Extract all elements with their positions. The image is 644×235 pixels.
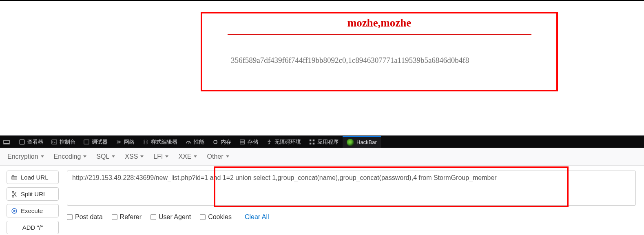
menu-xxe[interactable]: XXE [178, 153, 197, 160]
hackbar-menu-bar: Encryption Encoding SQL XSS LFI XXE Othe… [0, 148, 644, 166]
menu-label: LFI [153, 153, 163, 160]
storage-icon [239, 139, 245, 145]
devtools-dock-button[interactable] [0, 136, 13, 148]
svg-rect-17 [313, 142, 314, 144]
svg-rect-15 [313, 139, 314, 141]
tab-label: 网络 [124, 138, 135, 146]
svg-point-13 [269, 140, 270, 141]
checkbox-icon [112, 214, 117, 220]
accessibility-icon [266, 139, 272, 145]
checkbox-label: Cookies [208, 213, 232, 221]
menu-label: XSS [125, 153, 138, 160]
chevron-down-icon [112, 155, 115, 157]
svg-rect-6 [214, 140, 217, 143]
execute-icon [11, 208, 18, 214]
menu-encryption[interactable]: Encryption [7, 153, 44, 160]
tab-style-editor[interactable]: 样式编辑器 [139, 136, 181, 148]
hackbar-right-panel: Post data Referer User Agent Cookies Cle… [67, 171, 637, 234]
checkbox-referer[interactable]: Referer [112, 213, 142, 221]
hackbar-button-column: Load URL Split URL Execute ADD "/" [7, 171, 59, 234]
svg-rect-3 [52, 140, 57, 144]
execute-button[interactable]: Execute [7, 204, 59, 217]
tab-memory[interactable]: 内存 [208, 136, 235, 148]
chevron-down-icon [83, 155, 86, 157]
tab-label: 调试器 [92, 138, 108, 146]
svg-rect-14 [310, 139, 311, 141]
chevron-down-icon [41, 155, 44, 157]
button-label: Execute [21, 207, 43, 214]
svg-rect-11 [240, 140, 245, 141]
load-url-button[interactable]: Load URL [7, 171, 59, 184]
svg-rect-16 [310, 142, 311, 144]
menu-label: Other [207, 153, 223, 160]
tab-label: 控制台 [60, 138, 75, 146]
debugger-icon [84, 139, 89, 145]
application-icon [309, 139, 315, 145]
tab-application[interactable]: 应用程序 [305, 136, 343, 148]
chevron-down-icon [194, 155, 197, 157]
split-icon [11, 191, 18, 197]
menu-label: SQL [96, 153, 109, 160]
hackbar-main: Load URL Split URL Execute ADD "/" Post … [0, 166, 644, 234]
tab-label: 内存 [221, 138, 231, 146]
inspector-icon [19, 139, 25, 145]
tab-hackbar[interactable]: HackBar [343, 136, 381, 148]
tab-network[interactable]: 网络 [112, 136, 139, 148]
tab-label: 应用程序 [317, 138, 339, 146]
svg-line-5 [188, 142, 190, 144]
chevron-down-icon [165, 155, 168, 157]
menu-encoding[interactable]: Encoding [54, 153, 87, 160]
hash-output: 356f589a7df439f6f744ff19bb8092c0,1c89463… [202, 56, 556, 65]
memory-icon [212, 139, 218, 145]
menu-other[interactable]: Other [207, 153, 229, 160]
menu-xss[interactable]: XSS [125, 153, 144, 160]
tab-label: HackBar [356, 139, 377, 145]
tab-performance[interactable]: 性能 [181, 136, 208, 148]
menu-label: Encoding [54, 153, 81, 160]
style-icon [143, 139, 148, 145]
tab-debugger[interactable]: 调试器 [80, 136, 112, 148]
svg-rect-4 [84, 140, 89, 144]
tab-storage[interactable]: 存储 [235, 136, 262, 148]
tab-inspector[interactable]: 查看器 [15, 136, 47, 148]
tab-label: 查看器 [27, 138, 43, 146]
performance-icon [186, 139, 191, 145]
button-label: Split URL [21, 191, 46, 197]
menu-sql[interactable]: SQL [96, 153, 115, 160]
menu-label: Encryption [7, 153, 38, 160]
checkbox-icon [200, 214, 206, 220]
title-divider [228, 34, 531, 35]
page-content: mozhe,mozhe 356f589a7df439f6f744ff19bb80… [0, 1, 644, 135]
console-icon [51, 139, 57, 145]
url-input[interactable] [67, 171, 636, 206]
chevron-down-icon [226, 155, 229, 157]
hackbar-icon [347, 139, 354, 146]
highlight-box-top: mozhe,mozhe 356f589a7df439f6f744ff19bb80… [201, 12, 558, 91]
menu-lfi[interactable]: LFI [153, 153, 168, 160]
checkbox-row: Post data Referer User Agent Cookies Cle… [67, 213, 637, 221]
tab-label: 性能 [194, 138, 204, 146]
devtools-toolbar: 查看器 控制台 调试器 网络 样式编辑器 性能 内存 存储 无障碍环境 应用程序… [0, 135, 644, 148]
clear-all-link[interactable]: Clear All [245, 213, 269, 221]
load-icon [11, 174, 18, 181]
checkbox-post-data[interactable]: Post data [67, 213, 103, 221]
svg-rect-19 [12, 175, 14, 176]
checkbox-label: Post data [75, 213, 103, 221]
svg-rect-20 [12, 177, 17, 179]
split-url-button[interactable]: Split URL [7, 187, 59, 201]
checkbox-label: Referer [120, 213, 142, 221]
checkbox-icon [150, 214, 156, 220]
checkbox-cookies[interactable]: Cookies [200, 213, 232, 221]
page-title: mozhe,mozhe [202, 17, 556, 29]
svg-rect-2 [20, 140, 24, 144]
menu-label: XXE [178, 153, 191, 160]
tab-accessibility[interactable]: 无障碍环境 [262, 136, 305, 148]
tab-console[interactable]: 控制台 [47, 136, 80, 148]
checkbox-label: User Agent [159, 213, 191, 221]
button-label: Load URL [21, 174, 49, 181]
svg-rect-12 [240, 142, 245, 144]
add-slash-button[interactable]: ADD "/" [7, 221, 59, 234]
svg-marker-26 [13, 210, 16, 212]
button-label: ADD "/" [22, 224, 43, 231]
checkbox-user-agent[interactable]: User Agent [150, 213, 191, 221]
